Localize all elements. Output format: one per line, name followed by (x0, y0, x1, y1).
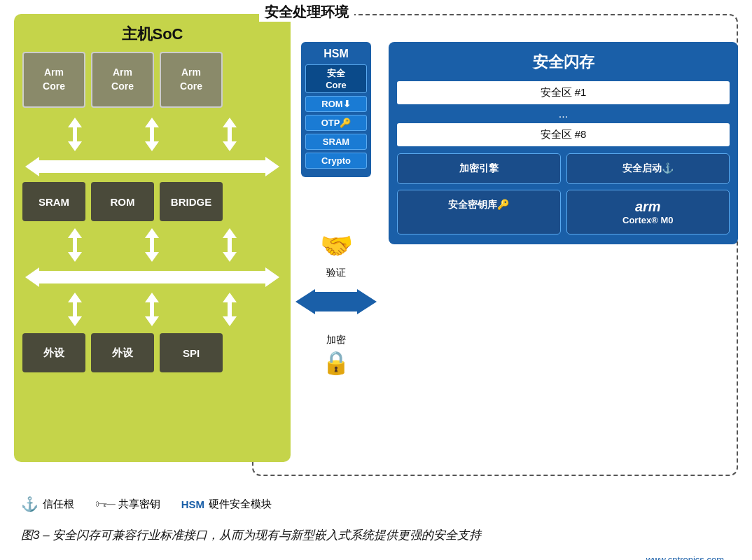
bridge-box: BRIDGE (160, 182, 223, 221)
vert-arrow-7 (68, 293, 82, 326)
legend-anchor-item: ⚓ 信任根 (21, 496, 74, 512)
mem-blocks-row: SRAM ROM BRIDGE (22, 182, 282, 221)
verify-section: 🤝 验证 (295, 230, 377, 318)
vert-arrow-8 (145, 293, 159, 326)
encrypt-label: 加密 (326, 334, 346, 346)
vert-arrow-1 (68, 118, 82, 151)
soc-title: 主机SoC (22, 24, 282, 45)
diagram-area: 安全处理环境 主机SoC ArmCore ArmCore ArmCore (14, 14, 738, 476)
periph-1: 外设 (22, 333, 85, 372)
soc-vert-arrows-3 (22, 291, 282, 328)
arrow-down-6 (223, 252, 237, 262)
sram-box: SRAM (22, 182, 85, 221)
arrow-down-2 (145, 141, 159, 151)
handshake-icon: 🤝 (320, 230, 353, 261)
arrow-up-9 (223, 293, 237, 302)
spi-box: SPI (160, 333, 223, 372)
arrow-left-1 (25, 157, 39, 176)
secure-boot-box: 安全启动⚓ (566, 153, 730, 184)
source-url: www.cntronics.com (14, 554, 738, 561)
wide-horiz-arrow-1 (25, 157, 279, 176)
hsm-title: HSM (305, 48, 367, 60)
arm-core-2: ArmCore (91, 52, 154, 108)
encrypt-section: 加密 🔒 (322, 332, 350, 376)
hsm-otp: OTP🔑 (305, 115, 367, 131)
key-symbol: 🗝─ (95, 497, 114, 512)
arrow-body-1 (39, 160, 265, 173)
arrow-body-2 (39, 271, 265, 284)
arrow-up-6 (223, 228, 237, 238)
arrow-up-8 (145, 293, 159, 302)
arrow-up-4 (68, 228, 82, 238)
vert-arrow-3 (223, 118, 237, 151)
arrow-right-1 (265, 157, 279, 176)
flash-dots: ... (397, 108, 730, 120)
vert-arrow-2 (145, 118, 159, 151)
big-arrow-right (357, 289, 377, 314)
vert-arrow-5 (145, 228, 159, 262)
big-arrow-body (315, 292, 357, 312)
verify-label: 验证 (326, 267, 346, 279)
key-label: 共享密钥 (118, 498, 160, 511)
lock-icon: 🔒 (322, 349, 350, 376)
arrow-up-5 (145, 228, 159, 238)
secure-flash-title: 安全闪存 (397, 52, 730, 73)
anchor-symbol: ⚓ (21, 496, 39, 512)
wide-horiz-arrow-2 (25, 267, 279, 287)
hsm-arrow-up (329, 181, 343, 191)
legend-hsm-item: HSM 硬件安全模块 (181, 498, 272, 511)
hsm-down-arrow (329, 181, 343, 215)
hsm-block: HSM 安全Core ROM⬇ OTP🔑 SRAM Crypto (301, 42, 371, 177)
soc-vert-arrows-2 (22, 227, 282, 263)
arrow-stem-4 (73, 238, 77, 252)
hsm-arrow-stem (334, 191, 338, 205)
arrow-stem-8 (150, 302, 154, 316)
crypto-engine-box: 加密引擎 (397, 153, 561, 184)
hsm-crypto: Crypto (305, 153, 367, 169)
arrow-down-9 (223, 316, 237, 326)
arrow-stem-5 (150, 238, 154, 252)
hsm-legend-desc: 硬件安全模块 (209, 498, 272, 511)
cortex-label: Cortex® M0 (622, 215, 673, 225)
flash-zone-1: 安全区 #1 (397, 81, 730, 104)
arrow-down-1 (68, 141, 82, 151)
secure-env-label: 安全处理环境 (259, 3, 354, 22)
arrow-stem-2 (150, 127, 154, 141)
arrow-stem-1 (73, 127, 77, 141)
arm-core-1: ArmCore (22, 52, 85, 108)
arrow-left-2 (25, 267, 39, 287)
legend-key-item: 🗝─ 共享密钥 (95, 497, 160, 512)
hsm-secure-core: 安全Core (305, 64, 367, 93)
arrow-up-2 (145, 118, 159, 127)
anchor-label: 信任根 (43, 498, 74, 511)
rom-box: ROM (91, 182, 154, 221)
arrow-down-3 (223, 141, 237, 151)
flash-bottom-grid: 加密引擎 安全启动⚓ 安全密钥库🔑 arm Cortex® M0 (397, 153, 730, 234)
periph-2: 外设 (91, 333, 154, 372)
hsm-sram: SRAM (305, 134, 367, 150)
arm-cores-row: ArmCore ArmCore ArmCore (22, 52, 282, 108)
arrow-up-3 (223, 118, 237, 127)
main-container: 安全处理环境 主机SoC ArmCore ArmCore ArmCore (14, 14, 738, 560)
figure-caption: 图3 – 安全闪存可兼容行业标准接口，从而为现有与新型嵌入式系统提供更强的安全支… (14, 524, 644, 545)
arrow-stem-9 (228, 302, 232, 316)
arm-cortex-box: arm Cortex® M0 (566, 190, 730, 234)
arrow-up-7 (68, 293, 82, 302)
arrow-down-4 (68, 252, 82, 262)
big-arrow-left (295, 289, 315, 314)
arrow-up-1 (68, 118, 82, 127)
arm-brand: arm (635, 199, 661, 214)
vert-arrow-6 (223, 228, 237, 262)
arrow-stem-3 (228, 127, 232, 141)
arm-core-3: ArmCore (160, 52, 223, 108)
secure-flash-block: 安全闪存 安全区 #1 ... 安全区 #8 加密引擎 安全启动⚓ 安全密钥库🔑… (389, 42, 738, 244)
arrow-stem-7 (73, 302, 77, 316)
flash-zone-8: 安全区 #8 (397, 123, 730, 146)
soc-vert-arrows-1 (22, 116, 282, 153)
arrow-right-2 (265, 267, 279, 287)
vert-arrow-9 (223, 293, 237, 326)
middle-section: HSM 安全Core ROM⬇ OTP🔑 SRAM Crypto 🤝 验证 (291, 42, 382, 376)
big-double-arrow-verify (295, 289, 377, 314)
soc-block: 主机SoC ArmCore ArmCore ArmCore (14, 14, 291, 462)
legend-row: ⚓ 信任根 🗝─ 共享密钥 HSM 硬件安全模块 (14, 487, 738, 512)
